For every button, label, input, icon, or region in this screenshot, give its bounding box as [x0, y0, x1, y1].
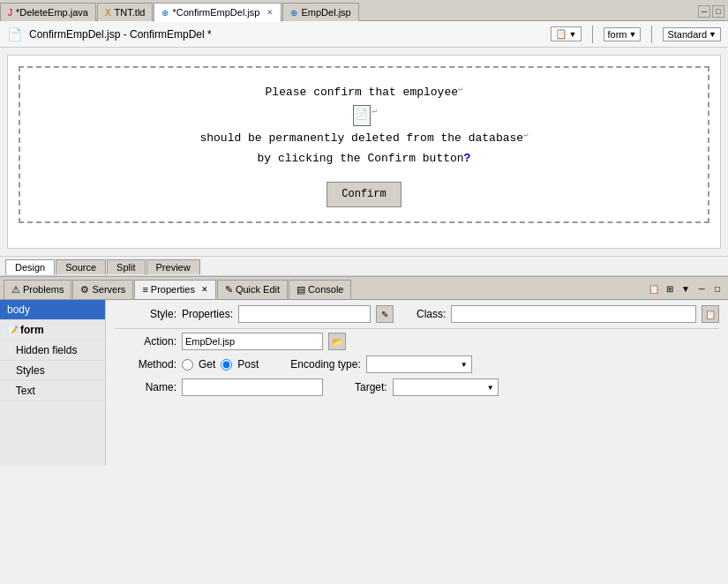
sidebar-label-text: Text [7, 385, 35, 397]
question-mark: ? [464, 152, 471, 165]
properties-icon: ≡ [142, 284, 147, 295]
class-edit-button[interactable]: 📋 [702, 305, 719, 323]
encoding-label: Encoding type: [290, 358, 360, 371]
sidebar-item-text[interactable]: Text [0, 381, 105, 401]
design-area: Please confirm that employee↵ 📄↵ should … [7, 55, 721, 249]
properties-main: Style: Properties: ✎ Class: 📋 Action: 📂 … [106, 300, 728, 466]
name-label: Name: [115, 381, 176, 393]
panel-tab-quickedit[interactable]: ✎ Quick Edit [217, 280, 288, 299]
panel-btn-pin[interactable]: 📋 [647, 282, 661, 296]
tab-bar: J *DeleteEmp.java X TNT.tld ⊕ *ConfirmEm… [0, 0, 728, 21]
class-label: Class: [417, 308, 446, 320]
inline-element-row: 📄↵ [34, 103, 694, 128]
tab-preview[interactable]: Preview [146, 259, 200, 275]
prop-row-style: Style: Properties: ✎ Class: 📋 [115, 305, 719, 323]
standard-dropdown[interactable]: Standard ▼ [663, 27, 721, 41]
jsp-file-icon-confirm: ⊕ [161, 8, 169, 18]
action-label: Action: [115, 335, 176, 348]
text-line1: Please confirm that employee [266, 86, 458, 99]
panel-toolbar-right: 📋 ⊞ ▼ ─ □ [647, 282, 724, 296]
encoding-arrow: ▼ [461, 361, 468, 369]
servers-icon: ⚙ [80, 284, 89, 296]
target-label: Target: [355, 381, 387, 393]
name-input[interactable] [182, 378, 323, 396]
properties-tab-close[interactable]: ✕ [201, 285, 208, 294]
radio-get[interactable] [182, 359, 193, 371]
toolbar-dropdown-icon[interactable]: 📋 ▼ [551, 26, 582, 41]
class-input[interactable] [451, 305, 696, 323]
confirm-button-container: Confirm [34, 176, 694, 208]
tab-design[interactable]: Design [5, 259, 55, 275]
tab-split[interactable]: Split [107, 259, 145, 275]
tab-close-confirmEmpDel[interactable]: ✕ [266, 8, 274, 17]
properties-sidebar: body 📝form Hidden fields Styles Text [0, 300, 106, 466]
style-input[interactable] [238, 305, 371, 323]
prop-row-name: Name: Target: ▼ [115, 378, 719, 396]
panel-tab-label-servers: Servers [92, 284, 125, 295]
target-dropdown[interactable]: ▼ [393, 378, 499, 396]
content-line2: should be permanently deleted from the d… [34, 128, 694, 149]
action-input[interactable] [182, 333, 323, 350]
page-icon: 📄 [7, 27, 22, 41]
panel-btn-maximize[interactable]: □ [710, 282, 724, 296]
newline-icon2: ↵ [372, 106, 377, 115]
panel-tab-label-quickedit: Quick Edit [236, 284, 280, 295]
panel-container: ⚠ Problems ⚙ Servers ≡ Properties ✕ ✎ Qu… [0, 276, 728, 466]
breadcrumb: ConfirmEmpDel.jsp - ConfirmEmpDel * [29, 28, 544, 41]
panel-btn-grid[interactable]: ⊞ [663, 282, 677, 296]
panel-tab-problems[interactable]: ⚠ Problems [4, 280, 71, 299]
panel-btn-minimize[interactable]: ─ [694, 282, 709, 296]
minimize-button[interactable]: ─ [698, 5, 710, 18]
tab-tnt[interactable]: X TNT.tld [97, 3, 154, 21]
radio-post[interactable] [221, 359, 232, 371]
sidebar-item-body[interactable]: body [0, 300, 105, 320]
sidebar-item-styles[interactable]: Styles [0, 361, 105, 381]
toolbar-separator2 [651, 26, 652, 43]
radio-post-label: Post [237, 358, 259, 371]
tab-deleteEmp[interactable]: J *DeleteEmp.java [0, 3, 96, 21]
panel-tab-properties[interactable]: ≡ Properties ✕ [134, 280, 216, 299]
style-sub-label: Properties: [182, 308, 233, 320]
content-line1: Please confirm that employee↵ [34, 82, 694, 103]
content-line3: by clicking the Confirm button? [34, 148, 694, 168]
newline-icon3: ↵ [523, 131, 528, 139]
sidebar-item-form[interactable]: 📝form [0, 320, 105, 341]
sidebar-label-form: form [20, 324, 44, 336]
panel-tab-console[interactable]: ▤ Console [289, 280, 351, 299]
prop-row-action: Action: 📂 [115, 333, 719, 350]
form-dropdown[interactable]: form ▼ [604, 27, 642, 41]
view-tabs: Design Source Split Preview [0, 256, 728, 276]
console-icon: ▤ [296, 284, 305, 296]
panel-tab-label-properties: Properties [151, 284, 195, 295]
radio-get-label: Get [199, 358, 215, 371]
newline-icon1: ↵ [458, 85, 462, 94]
style-edit-button[interactable]: ✎ [376, 305, 394, 323]
dynamic-element[interactable]: 📄 [353, 105, 371, 126]
sidebar-item-hidden[interactable]: Hidden fields [0, 341, 105, 361]
style-label: Style: [115, 308, 176, 320]
java-file-icon: J [8, 8, 12, 18]
panel-tab-servers[interactable]: ⚙ Servers [72, 280, 133, 299]
panel-tab-label-problems: Problems [23, 284, 64, 295]
dropdown-page-icon: 📋 [555, 28, 567, 40]
tab-empDel[interactable]: ⊕ EmpDel.jsp [282, 3, 358, 21]
form-dropdown-arrow: ▼ [629, 30, 637, 39]
tab-confirmEmpDel[interactable]: ⊕ *ConfirmEmpDel.jsp ✕ [154, 3, 281, 22]
window-controls: ─ □ [698, 3, 728, 20]
sidebar-label-body: body [7, 303, 30, 316]
panel-content: body 📝form Hidden fields Styles Text Sty… [0, 300, 728, 466]
maximize-button[interactable]: □ [712, 5, 724, 18]
sidebar-label-styles: Styles [7, 364, 45, 377]
quickedit-icon: ✎ [225, 284, 233, 296]
tab-source[interactable]: Source [56, 259, 106, 275]
tab-label-deleteEmp: *DeleteEmp.java [16, 7, 88, 18]
jsp-file-icon-empDel: ⊕ [290, 8, 297, 18]
action-browse-button[interactable]: 📂 [328, 333, 346, 350]
panel-btn-dropdown[interactable]: ▼ [679, 282, 693, 296]
dropdown-page-arrow: ▼ [569, 30, 577, 39]
sidebar-label-hidden: Hidden fields [7, 344, 77, 356]
form-icon: 📝 [7, 326, 18, 335]
problems-icon: ⚠ [11, 284, 20, 296]
confirm-button[interactable]: Confirm [326, 182, 401, 208]
encoding-dropdown[interactable]: ▼ [366, 356, 472, 373]
